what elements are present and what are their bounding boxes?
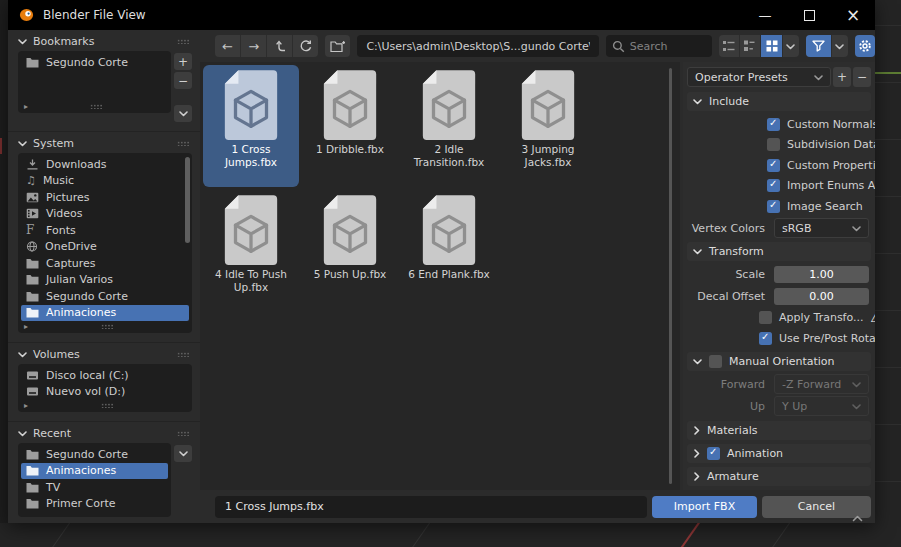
file-tile[interactable]: 4 Idle To Push Up.fbx [203,190,299,312]
apply-transform-checkbox[interactable] [759,311,772,324]
system-item-animaciones[interactable]: Animaciones [21,305,189,322]
recent-item-primer-corte[interactable]: Primer Corte [21,496,168,513]
drag-grip-icon[interactable] [177,141,190,146]
volume-item-disco-local[interactable]: Disco local (C:) [21,367,189,384]
forward-dropdown[interactable]: -Z Forward [774,374,869,394]
back-button[interactable]: ← [215,35,240,57]
file-tile[interactable]: 3 Jumping Jacks.fbx [500,65,596,187]
vertex-colors-dropdown[interactable]: sRGB [774,218,869,238]
recent-item-segundo-corte[interactable]: Segundo Corte [21,446,168,463]
system-item-julian-varios[interactable]: Julian Varios [21,272,189,289]
manual-orientation-header[interactable]: Manual Orientation [687,352,871,371]
horizontal-list-view-button[interactable] [739,35,760,57]
filename-input[interactable] [215,496,647,518]
custom-normals-row[interactable]: Custom Normals [687,114,871,135]
filter-settings-dropdown-button[interactable] [831,35,848,57]
drag-grip-icon[interactable] [177,352,190,357]
item-label: Disco local (C:) [46,369,129,382]
resize-handle-icon[interactable]: ▸ [24,323,28,331]
file-tile[interactable]: 1 Cross Jumps.fbx [203,65,299,187]
image-search-row[interactable]: Image Search [687,196,871,217]
folder-icon [26,57,39,68]
recent-item-animaciones[interactable]: Animaciones [21,463,168,480]
armature-section-header[interactable]: Armature [687,467,871,486]
file-tile[interactable]: 2 Idle Transition.fbx [401,65,497,187]
volume-item-nuevo-vol[interactable]: Nuevo vol (D:) [21,384,189,401]
animation-label: Animation [727,447,783,460]
refresh-button[interactable] [292,35,318,57]
options-button[interactable] [855,35,875,57]
forward-button[interactable]: → [240,35,266,57]
manual-orientation-checkbox[interactable] [709,355,722,368]
add-preset-button[interactable]: + [833,67,851,87]
vertical-list-view-button[interactable] [719,35,739,57]
close-button[interactable]: × [831,0,875,30]
pre-post-rotation-checkbox[interactable] [759,332,772,345]
remove-bookmark-button[interactable]: − [174,72,192,89]
animation-checkbox[interactable] [707,447,720,460]
custom-properties-row[interactable]: Custom Properties [687,155,871,176]
path-input[interactable] [357,35,598,57]
filter-button[interactable] [806,35,831,57]
drag-grip-icon[interactable] [177,431,190,436]
recent-item-tv[interactable]: TV [21,479,168,496]
bookmark-item[interactable]: Segundo Corte [21,54,168,71]
maximize-button[interactable] [787,0,831,30]
drag-grip-icon[interactable] [90,104,103,109]
system-item-pictures[interactable]: Pictures [21,189,189,206]
minimize-button[interactable]: — [743,0,787,30]
materials-section-header[interactable]: Materials [687,421,871,440]
file-tile[interactable]: 5 Push Up.fbx [302,190,398,312]
recent-header[interactable]: Recent [8,424,200,443]
search-input[interactable] [606,35,712,57]
title-bar[interactable]: Blender File View — × [8,0,875,30]
file-list-area[interactable]: 1 Cross Jumps.fbx 1 Dribble.fbx 2 Idle T… [200,62,680,490]
resize-handle-icon[interactable]: ▸ [24,402,28,410]
operator-presets-dropdown[interactable]: Operator Presets [687,67,831,87]
system-item-downloads[interactable]: Downloads [21,156,189,173]
recent-section: Recent Segundo Corte Animaciones TV [8,421,200,517]
import-fbx-button[interactable]: Import FBX [652,496,757,518]
subdivision-data-checkbox[interactable] [767,138,780,151]
decal-offset-field[interactable]: 0.00 [774,288,869,305]
system-item-fonts[interactable]: F Fonts [21,222,189,239]
import-enums-row[interactable]: Import Enums As... [687,176,871,197]
drag-grip-icon[interactable] [101,403,114,408]
system-item-videos[interactable]: Videos [21,206,189,223]
animation-section-header[interactable]: Animation [687,444,871,463]
scale-field[interactable]: 1.00 [774,266,869,283]
system-item-captures[interactable]: Captures [21,255,189,272]
recent-menu-button[interactable] [174,445,192,462]
system-header[interactable]: System [8,134,200,153]
bookmarks-menu-button[interactable] [174,105,192,122]
custom-normals-checkbox[interactable] [767,118,780,131]
apply-transform-row[interactable]: Apply Transfo... ⚠ [687,308,871,329]
drag-grip-icon[interactable] [101,324,114,329]
thumbnail-view-button[interactable] [760,35,781,57]
bookmarks-header[interactable]: Bookmarks [8,32,200,51]
parent-directory-button[interactable] [266,35,292,57]
import-enums-checkbox[interactable] [767,179,780,192]
expand-region-button[interactable] [852,515,863,522]
system-item-onedrive[interactable]: OneDrive [21,239,189,256]
transform-section-header[interactable]: Transform [687,242,871,261]
system-item-music[interactable]: ♫ Music [21,173,189,190]
add-bookmark-button[interactable]: + [174,53,192,70]
up-dropdown[interactable]: Y Up [774,396,869,416]
drag-grip-icon[interactable] [177,39,190,44]
remove-preset-button[interactable]: − [853,67,871,87]
system-scrollbar[interactable] [185,157,190,243]
subdivision-data-row[interactable]: Subdivision Data [687,135,871,156]
system-item-segundo-corte[interactable]: Segundo Corte [21,288,189,305]
volumes-header[interactable]: Volumes [8,345,200,364]
file-list-scrollbar[interactable] [669,68,672,484]
file-tile[interactable]: 1 Dribble.fbx [302,65,398,187]
file-tile[interactable]: 6 End Plank.fbx [401,190,497,312]
image-search-checkbox[interactable] [767,200,780,213]
new-folder-button[interactable] [325,35,350,57]
include-section-header[interactable]: Include [687,92,871,111]
custom-properties-checkbox[interactable] [767,159,780,172]
display-settings-dropdown-button[interactable] [782,35,799,57]
pre-post-rotation-row[interactable]: Use Pre/Post Rota... [687,328,871,349]
resize-handle-icon[interactable]: ▸ [24,103,28,111]
